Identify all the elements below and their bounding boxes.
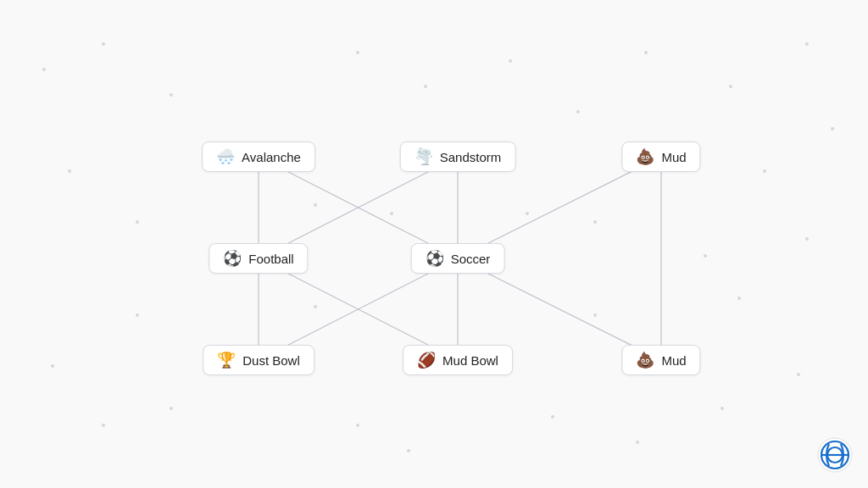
node-mud2[interactable]: 💩Mud bbox=[621, 345, 700, 375]
node-emoji-sandstorm: 🌪️ bbox=[415, 149, 433, 164]
node-label-avalanche: Avalanche bbox=[242, 150, 301, 164]
node-emoji-avalanche: 🌨️ bbox=[216, 149, 235, 164]
node-label-mud1: Mud bbox=[661, 150, 686, 164]
node-label-sandstorm: Sandstorm bbox=[440, 150, 502, 164]
node-mud1[interactable]: 💩Mud bbox=[621, 141, 700, 172]
node-sandstorm[interactable]: 🌪️Sandstorm bbox=[400, 141, 516, 172]
node-mudbowl[interactable]: 🏈Mud Bowl bbox=[403, 345, 513, 375]
node-soccer[interactable]: ⚽Soccer bbox=[411, 243, 505, 274]
node-avalanche[interactable]: 🌨️Avalanche bbox=[202, 141, 315, 172]
node-emoji-dustbowl: 🏆 bbox=[217, 352, 236, 368]
node-label-soccer: Soccer bbox=[451, 252, 491, 266]
node-dustbowl[interactable]: 🏆Dust Bowl bbox=[203, 345, 314, 375]
node-emoji-soccer: ⚽ bbox=[426, 251, 444, 266]
brand-logo bbox=[817, 437, 853, 473]
node-label-football: Football bbox=[248, 252, 293, 266]
node-emoji-mud2: 💩 bbox=[636, 352, 654, 368]
node-football[interactable]: ⚽Football bbox=[209, 243, 308, 274]
nodes-container: 🌨️Avalanche🌪️Sandstorm💩Mud⚽Football⚽Socc… bbox=[0, 0, 868, 488]
node-label-mudbowl: Mud Bowl bbox=[442, 353, 498, 368]
node-emoji-football: ⚽ bbox=[223, 251, 242, 266]
node-emoji-mudbowl: 🏈 bbox=[417, 352, 436, 368]
node-emoji-mud1: 💩 bbox=[636, 149, 654, 164]
node-label-mud2: Mud bbox=[661, 353, 686, 368]
node-label-dustbowl: Dust Bowl bbox=[242, 353, 300, 368]
